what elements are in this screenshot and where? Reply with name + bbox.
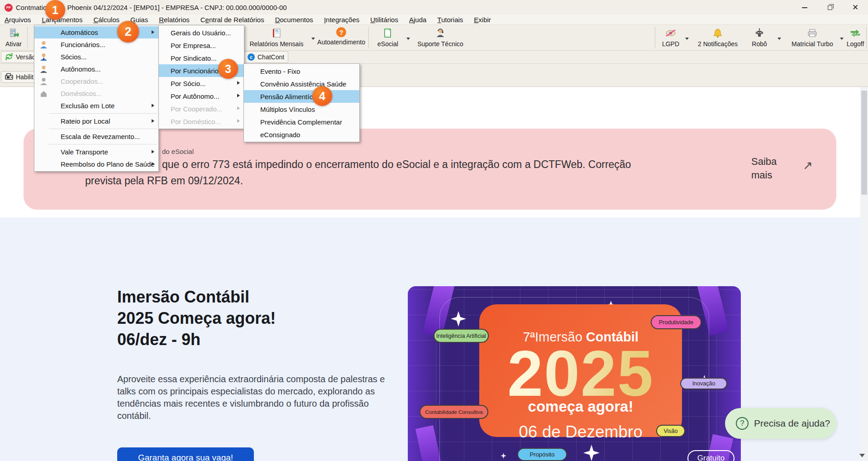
- printer-icon: [806, 27, 818, 39]
- toolbar-separator: [866, 27, 867, 48]
- chatcont-button[interactable]: c ChatCont: [243, 51, 288, 63]
- menu-item-evento-fixo[interactable]: Evento - Fixo: [244, 65, 359, 77]
- por-funcionario-submenu: Evento - Fixo Convênio Assistência Saúde…: [243, 63, 360, 142]
- menu-relatorios[interactable]: Relatórios: [159, 16, 190, 24]
- tag-inteligencia-artificial: Inteligência Artificial: [434, 329, 489, 343]
- garanta-vaga-button[interactable]: Garanta agora sua vaga!: [117, 447, 254, 461]
- bell-icon: [712, 27, 724, 39]
- menu-separator: [49, 144, 157, 144]
- alert-text-line2: prevista pela RFB em 09/12/2024.: [85, 175, 243, 187]
- menu-calculos[interactable]: Cálculos: [93, 16, 119, 24]
- robo-button[interactable]: Robô: [748, 25, 771, 48]
- relatorios-mensais-button[interactable]: Relatórios Mensais: [247, 25, 306, 48]
- menu-arquivos[interactable]: Arquivos: [5, 16, 31, 24]
- ativar-button[interactable]: Ativar: [3, 25, 24, 48]
- minimize-button[interactable]: [792, 0, 817, 15]
- person-suit-icon: [39, 65, 48, 73]
- menu-item-previdencia-complementar[interactable]: Previdência Complementar: [244, 115, 359, 128]
- menu-item-socios[interactable]: Sócios...: [34, 51, 158, 63]
- person-icon: [39, 40, 48, 49]
- submenu-arrow-icon: [237, 94, 240, 97]
- suporte-tecnico-button[interactable]: Suporte Técnico: [415, 25, 465, 48]
- chevron-down-icon[interactable]: [685, 38, 689, 40]
- promo-section: Imersão Contábil 2025 Começa agora! 06/d…: [0, 217, 868, 461]
- menu-item-rateio-por-local[interactable]: Rateio por Local: [34, 115, 158, 127]
- logoff-button[interactable]: Logoff: [844, 25, 866, 48]
- chatcont-label: ChatCont: [258, 53, 284, 61]
- scrollbar-thumb[interactable]: [861, 91, 867, 195]
- autoatendimento-label: Autoatendimento: [317, 38, 365, 46]
- chevron-down-icon[interactable]: [777, 38, 781, 40]
- chevron-down-icon[interactable]: [406, 38, 410, 40]
- menu-item-convenio-assistencia-saude[interactable]: Convênio Assistência Saúde: [244, 77, 359, 90]
- suporte-tecnico-label: Suporte Técnico: [417, 40, 463, 48]
- menu-separator: [49, 129, 157, 129]
- menu-item-vale-transporte[interactable]: Vale Transporte: [34, 146, 158, 158]
- menu-item-exclusao-em-lote[interactable]: Exclusão em Lote: [34, 100, 158, 112]
- tag-contabilidade-consultiva: Contabilidade Consultiva: [420, 405, 488, 419]
- report-notebook-icon: [271, 27, 282, 39]
- help-button[interactable]: ? Precisa de ajuda?: [725, 408, 836, 439]
- close-icon: ✕: [852, 4, 858, 11]
- submenu-arrow-icon: [152, 104, 154, 107]
- menu-item-reembolso-plano-saude[interactable]: Reembolso do Plano de Saúde: [34, 158, 158, 170]
- support-agent-icon: [434, 27, 446, 39]
- tag-produtividade: Produtividade: [651, 315, 701, 329]
- menu-exibir[interactable]: Exibir: [474, 16, 491, 24]
- menu-item-por-domestico: Por Doméstico...: [159, 115, 244, 128]
- matricial-turbo-button[interactable]: Matricial Turbo: [787, 25, 837, 48]
- event-banner-card[interactable]: 7ªImersão Contábil 2025 começa agora! 06…: [408, 286, 741, 461]
- restore-icon: [828, 5, 832, 10]
- saiba-mais-link[interactable]: Saiba mais: [751, 155, 787, 182]
- menu-item-funcionarios[interactable]: Funcionários...: [34, 38, 158, 51]
- esocial-label: eSocial: [377, 40, 398, 48]
- menu-item-por-socio[interactable]: Por Sócio...: [159, 77, 244, 90]
- app-window: FP Contmatic Folha Phoenix 04/12/2024 - …: [0, 0, 868, 461]
- chevron-down-icon[interactable]: [311, 38, 315, 40]
- menu-item-escala-de-revezamento[interactable]: Escala de Revezamento...: [34, 130, 158, 143]
- menu-item-por-autonomo[interactable]: Por Autônomo...: [159, 90, 244, 102]
- menu-item-multiplos-vinculos[interactable]: Múltiplos Vínculos: [244, 103, 359, 115]
- menu-utilitarios[interactable]: Utilitários: [370, 16, 398, 24]
- menu-integracoes[interactable]: Integrações: [324, 16, 359, 24]
- scroll-down-arrow-icon[interactable]: [859, 454, 865, 457]
- external-link-arrow-icon[interactable]: ↗: [803, 158, 813, 173]
- question-icon: ?: [336, 27, 346, 37]
- menu-central-relatorios[interactable]: Central de Relatórios: [200, 16, 264, 24]
- notificacoes-button[interactable]: 2 Notificações: [693, 25, 742, 48]
- menu-ajuda[interactable]: Ajuda: [409, 16, 426, 24]
- menu-item-pensao-alimenticia[interactable]: Pensão Alimentícia: [244, 90, 359, 103]
- menu-item-automaticos[interactable]: Automáticos: [34, 26, 158, 38]
- tag-visao: Visão: [656, 425, 685, 437]
- esocial-button[interactable]: eSocial: [375, 25, 401, 48]
- robo-label: Robô: [752, 40, 767, 48]
- titlebar: FP Contmatic Folha Phoenix 04/12/2024 - …: [0, 0, 868, 15]
- menu-item-cooperados: Cooperados...: [34, 75, 158, 87]
- step-badge-4: 4: [312, 86, 332, 106]
- lgpd-eye-slash-icon: [665, 27, 677, 39]
- close-button[interactable]: ✕: [843, 0, 868, 15]
- ativar-label: Ativar: [5, 40, 22, 48]
- minimize-icon: [802, 7, 807, 8]
- person-tie-icon: [39, 53, 48, 61]
- menu-item-econsignado[interactable]: eConsignado: [244, 128, 359, 141]
- menu-item-autonomos[interactable]: Autônomos...: [34, 63, 158, 75]
- menu-item-por-empresa[interactable]: Por Empresa...: [159, 39, 244, 52]
- app-logo-icon: FP: [5, 4, 13, 12]
- toolbar-separator: [655, 27, 655, 48]
- habilitar-label: Habilit: [16, 73, 33, 81]
- menu-tutoriais[interactable]: Tutoriais: [437, 16, 463, 24]
- restore-button[interactable]: [817, 0, 843, 15]
- event-tagline: começa agora!: [528, 398, 634, 415]
- logoff-label: Logoff: [847, 40, 864, 48]
- help-question-icon: ?: [736, 417, 749, 430]
- menu-documentos[interactable]: Documentos: [275, 16, 313, 24]
- vertical-scrollbar[interactable]: [860, 87, 868, 461]
- toolbar-separator: [27, 27, 28, 48]
- step-badge-2: 2: [117, 21, 139, 43]
- lgpd-button[interactable]: LGPD: [660, 25, 682, 48]
- autoatendimento-button[interactable]: ? Autoatendimento: [317, 25, 366, 46]
- menu-separator: [49, 113, 157, 114]
- chevron-down-icon[interactable]: [840, 38, 844, 40]
- menu-item-gerais-do-usuario[interactable]: Gerais do Usuário...: [159, 26, 244, 39]
